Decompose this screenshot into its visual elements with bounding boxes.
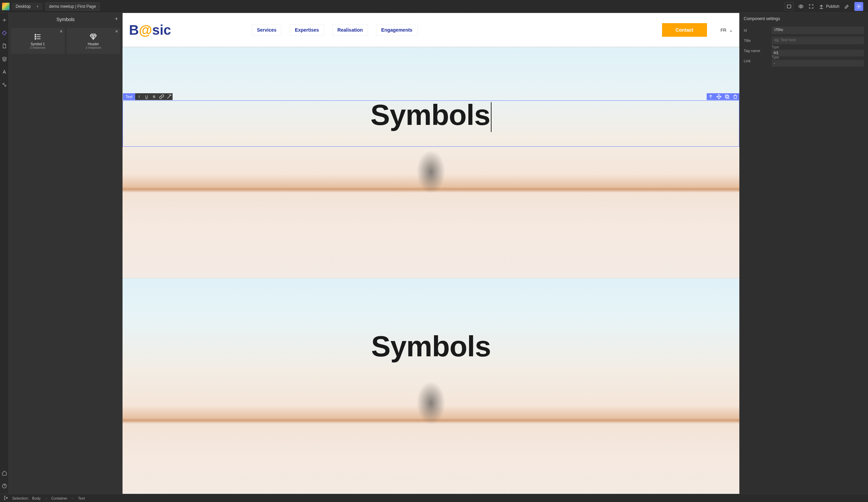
drag-move-icon[interactable]: [715, 93, 723, 100]
symbol-card-instances: 2 instances: [30, 46, 45, 49]
symbols-panel: Symbols ✕ Symbol 1 2 instances ✕ Header …: [9, 13, 123, 494]
svg-rect-0: [787, 5, 791, 8]
settings-title: Component settings: [744, 16, 864, 21]
symbol-card-header[interactable]: ✕ Header 2 instances: [67, 28, 121, 54]
layers-icon[interactable]: [1, 56, 8, 62]
chevron-down-icon: ⌄: [729, 28, 733, 33]
diamond-icon: [89, 33, 98, 41]
symbol-card-name: Symbol 1: [31, 42, 45, 46]
page-breadcrumb[interactable]: demo meetup | First Page: [45, 2, 100, 11]
close-icon[interactable]: ✕: [60, 29, 63, 34]
publish-button[interactable]: Publish: [819, 4, 839, 9]
setting-link-row: Link Type -: [744, 56, 864, 66]
settings-gear-icon[interactable]: [854, 2, 863, 11]
strikethrough-icon[interactable]: S: [150, 93, 158, 100]
exit-icon[interactable]: [3, 495, 9, 501]
setting-id-input[interactable]: i75hc: [772, 27, 864, 34]
setting-type-label: Type: [772, 45, 864, 49]
canvas-area[interactable]: B@sic Services Expertises Realisation En…: [123, 13, 739, 494]
close-icon[interactable]: ✕: [115, 29, 118, 34]
site-header[interactable]: B@sic Services Expertises Realisation En…: [123, 13, 739, 47]
setting-title-row: Title eg. Text here: [744, 35, 864, 45]
breadcrumb-container[interactable]: Container: [51, 496, 68, 500]
lang-label: FR: [721, 28, 726, 33]
underline-icon[interactable]: U: [143, 93, 150, 100]
preview-eye-icon[interactable]: [798, 4, 804, 9]
link-icon[interactable]: [158, 93, 165, 100]
svg-point-3: [3, 83, 4, 84]
symbols-panel-header: Symbols: [9, 13, 122, 26]
nav-expertises[interactable]: Expertises: [290, 24, 324, 36]
breadcrumb-text[interactable]: Text: [78, 496, 85, 500]
arrow-right-icon: →: [44, 496, 48, 500]
duplicate-icon[interactable]: [723, 93, 731, 100]
hero-section-2[interactable]: Symbols: [123, 279, 739, 494]
clear-format-icon[interactable]: [165, 93, 173, 100]
viewport-select-label: Desktop: [16, 4, 31, 9]
logo-s: sic: [152, 22, 171, 38]
setting-id-row: Id i75hc: [744, 25, 864, 35]
delete-icon[interactable]: [731, 93, 739, 100]
italic-icon[interactable]: I: [135, 93, 143, 100]
logo-at: @: [139, 22, 152, 38]
symbols-panel-title: Symbols: [56, 17, 75, 22]
home-icon[interactable]: [1, 470, 8, 476]
selection-tag-label: Text: [123, 93, 135, 100]
add-icon[interactable]: [1, 17, 8, 23]
top-bar: Desktop ▾ demo meetup | First Page Publi…: [0, 0, 868, 13]
app-logo-icon: [2, 3, 10, 10]
font-icon[interactable]: [1, 69, 8, 75]
symbols-add-button[interactable]: [114, 16, 119, 22]
svg-point-8: [35, 38, 36, 39]
setting-title-input[interactable]: eg. Text here: [772, 37, 864, 44]
contact-button[interactable]: Contact: [662, 23, 707, 37]
rendered-page[interactable]: B@sic Services Expertises Realisation En…: [123, 13, 739, 494]
nav-services[interactable]: Services: [252, 24, 282, 36]
site-logo[interactable]: B@sic: [129, 22, 171, 38]
selection-outline: Text I U S: [123, 101, 739, 147]
symbols-diamond-icon[interactable]: [1, 30, 8, 36]
bottom-bar: Selection: Body → Container → Text: [0, 494, 868, 502]
svg-point-6: [35, 34, 36, 35]
svg-point-2: [858, 6, 859, 7]
svg-rect-10: [725, 95, 728, 98]
chevron-down-icon: ▾: [37, 5, 39, 8]
left-tool-strip: [0, 13, 9, 502]
lang-select[interactable]: FR ⌄: [721, 28, 733, 33]
brush-icon[interactable]: [844, 4, 850, 9]
svg-rect-9: [726, 96, 729, 98]
selection-label: Selection:: [12, 496, 29, 500]
symbol-card-symbol1[interactable]: ✕ Symbol 1 2 instances: [11, 28, 65, 54]
inline-text-toolbar: Text I U S: [123, 93, 173, 100]
move-up-icon[interactable]: [707, 93, 715, 100]
viewport-select[interactable]: Desktop ▾: [12, 3, 43, 10]
nav-realisation[interactable]: Realisation: [332, 24, 368, 36]
symbol-card-name: Header: [88, 42, 99, 46]
symbol-card-instances: 2 instances: [85, 46, 101, 49]
fullscreen-icon[interactable]: [808, 4, 814, 9]
publish-label: Publish: [826, 4, 839, 9]
hero-section-1[interactable]: Symbols Text I U S: [123, 47, 739, 278]
setting-tagname-label: Tag name: [744, 49, 768, 53]
small-gears-icon[interactable]: [1, 82, 8, 88]
component-settings-panel: Component settings Id i75hc Title eg. Te…: [739, 13, 868, 494]
hero-bg-image: [123, 47, 739, 278]
site-nav: Services Expertises Realisation Engageme…: [171, 24, 498, 36]
setting-tagname-row: Tag name Type H1: [744, 45, 864, 56]
svg-point-4: [4, 85, 6, 86]
hero-heading[interactable]: Symbols: [123, 330, 739, 363]
page-breadcrumb-text: demo meetup | First Page: [49, 4, 96, 9]
logo-b: B: [129, 22, 139, 38]
selection-actions: [707, 93, 739, 100]
pages-icon[interactable]: [1, 43, 8, 49]
hero-bg-image: [123, 279, 739, 494]
svg-point-1: [800, 6, 802, 7]
setting-type-label: Type: [772, 55, 864, 59]
breadcrumb-body[interactable]: Body: [32, 496, 41, 500]
help-icon[interactable]: [1, 483, 8, 489]
nav-engagements[interactable]: Engagements: [376, 24, 418, 36]
device-outline-icon[interactable]: [785, 2, 794, 11]
setting-link-select[interactable]: -: [772, 60, 864, 67]
list-icon: [33, 33, 43, 41]
topbar-right-group: Publish: [785, 2, 868, 11]
